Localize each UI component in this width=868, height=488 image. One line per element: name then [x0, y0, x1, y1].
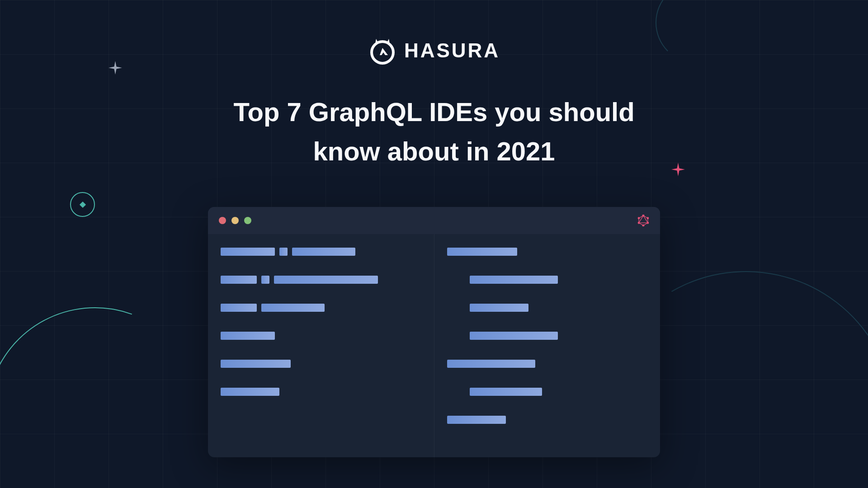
maximize-dot-icon — [244, 217, 251, 224]
code-token — [221, 332, 275, 340]
code-line — [470, 276, 648, 284]
circle-diamond-decoration — [70, 192, 95, 217]
arc-decoration-top-right — [656, 0, 737, 63]
svg-point-3 — [642, 215, 644, 216]
code-line — [221, 304, 421, 312]
code-line — [221, 388, 421, 396]
code-token — [221, 276, 257, 284]
graphql-icon — [637, 215, 649, 226]
code-line — [221, 360, 421, 368]
code-line — [470, 304, 648, 312]
svg-point-4 — [647, 217, 649, 219]
code-line — [447, 416, 648, 424]
hasura-logo-icon — [368, 36, 397, 65]
window-body — [208, 234, 660, 457]
code-token — [447, 416, 506, 424]
svg-point-7 — [638, 222, 640, 224]
code-line — [470, 388, 648, 396]
code-token — [274, 276, 378, 284]
close-dot-icon — [219, 217, 226, 224]
code-line — [447, 360, 648, 368]
code-token — [261, 276, 269, 284]
code-token — [221, 248, 275, 256]
sparkle-decoration-2 — [671, 163, 685, 176]
arc-decoration-bottom-left — [0, 272, 239, 488]
editor-left-pane — [208, 234, 434, 457]
code-token — [279, 248, 288, 256]
editor-right-pane — [434, 234, 660, 457]
code-token — [447, 360, 535, 368]
hero-container: HASURA Top 7 GraphQL IDEs you should kno… — [0, 0, 868, 488]
code-line — [470, 332, 648, 340]
svg-point-8 — [638, 217, 640, 219]
hero-title: Top 7 GraphQL IDEs you should know about… — [231, 92, 637, 171]
sparkle-decoration-1 — [108, 61, 122, 75]
code-token — [261, 304, 325, 312]
code-token — [470, 276, 558, 284]
code-token — [292, 248, 355, 256]
code-line — [221, 276, 421, 284]
code-line — [221, 248, 421, 256]
minimize-dot-icon — [231, 217, 239, 224]
traffic-lights — [219, 217, 251, 224]
window-titlebar — [208, 207, 660, 234]
logo-row: HASURA — [368, 36, 500, 65]
code-token — [221, 360, 291, 368]
code-token — [221, 388, 279, 396]
code-token — [470, 388, 542, 396]
code-line — [447, 248, 648, 256]
code-token — [470, 304, 528, 312]
svg-point-6 — [642, 225, 644, 226]
code-window — [208, 207, 660, 457]
code-token — [221, 304, 257, 312]
code-line — [221, 332, 421, 340]
svg-point-5 — [647, 222, 649, 224]
code-token — [447, 248, 517, 256]
code-token — [470, 332, 558, 340]
logo-text: HASURA — [404, 39, 500, 62]
